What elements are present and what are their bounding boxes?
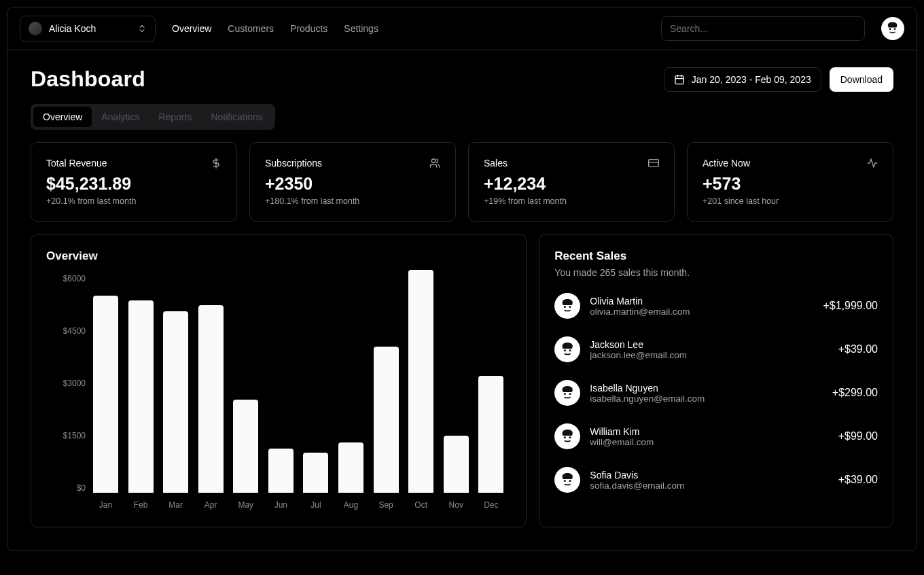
stat-value: +2350 — [265, 174, 440, 194]
sale-row: Jackson Leejackson.lee@email.com+$39.00 — [554, 336, 878, 362]
svg-rect-3 — [675, 75, 683, 84]
stat-sub: +19% from last month — [484, 196, 659, 206]
chart-bar — [93, 296, 118, 493]
x-tick: May — [233, 497, 258, 512]
credit-card-icon — [648, 158, 659, 169]
recent-sales-sub: You made 265 sales this month. — [554, 267, 878, 278]
nav-settings[interactable]: Settings — [344, 23, 378, 34]
main-nav: Overview Customers Products Settings — [172, 23, 378, 34]
sale-row: Olivia Martinolivia.martin@email.com+$1,… — [554, 293, 878, 319]
nav-customers[interactable]: Customers — [228, 23, 274, 34]
stat-sub: +20.1% from last month — [46, 196, 221, 206]
svg-point-18 — [564, 436, 566, 438]
svg-point-20 — [557, 470, 578, 490]
chart-bar — [408, 270, 433, 493]
stat-title: Active Now — [703, 158, 750, 169]
team-name: Alicia Koch — [49, 23, 96, 34]
chart-x-axis: JanFebMarAprMayJunJulAugSepOctNovDec — [86, 497, 511, 512]
sale-name: Olivia Martin — [590, 296, 813, 307]
svg-point-0 — [883, 19, 902, 37]
svg-point-21 — [564, 480, 566, 482]
tab-notifications[interactable]: Notifications — [201, 107, 272, 127]
activity-icon — [867, 158, 878, 169]
stat-sub: +201 since last hour — [703, 196, 878, 206]
stat-title: Sales — [484, 158, 508, 169]
sale-row: Sofia Davissofia.davis@email.com+$39.00 — [554, 467, 878, 493]
recent-sales-title: Recent Sales — [554, 249, 878, 263]
sale-email: olivia.martin@email.com — [590, 307, 813, 317]
sale-amount: +$39.00 — [838, 343, 878, 355]
chart-bar — [338, 442, 363, 493]
app-shell: Alicia Koch Overview Customers Products … — [7, 7, 917, 551]
svg-point-14 — [557, 383, 578, 403]
x-tick: Jan — [93, 497, 118, 512]
stats-row: Total Revenue $45,231.89 +20.1% from las… — [31, 142, 893, 222]
topbar: Alicia Koch Overview Customers Products … — [7, 7, 917, 50]
x-tick: Nov — [444, 497, 469, 512]
sale-amount: +$1,999.00 — [823, 300, 878, 312]
sale-amount: +$39.00 — [838, 474, 878, 486]
overview-chart-card: Overview $6000$4500$3000$1500$0 JanFebMa… — [31, 234, 527, 527]
download-button[interactable]: Download — [830, 67, 893, 92]
svg-point-2 — [894, 29, 896, 31]
chart-bar — [303, 453, 328, 493]
tab-analytics[interactable]: Analytics — [92, 107, 149, 127]
nav-products[interactable]: Products — [290, 23, 327, 34]
sale-avatar — [554, 467, 580, 493]
sale-name: Isabella Nguyen — [590, 383, 822, 394]
svg-point-12 — [564, 349, 566, 351]
users-icon — [429, 158, 440, 169]
main-content: Dashboard Jan 20, 2023 - Feb 09, 2023 Do… — [7, 50, 917, 551]
user-avatar[interactable] — [881, 17, 904, 40]
avatar-icon — [883, 19, 902, 37]
svg-point-19 — [569, 436, 571, 438]
stat-sales: Sales +12,234 +19% from last month — [468, 142, 675, 222]
sale-name: William Kim — [590, 426, 828, 437]
nav-overview[interactable]: Overview — [172, 23, 211, 34]
page-title: Dashboard — [31, 67, 145, 92]
stat-sub: +180.1% from last month — [265, 196, 440, 206]
overview-title: Overview — [46, 249, 511, 263]
svg-point-15 — [564, 393, 566, 395]
date-range-label: Jan 20, 2023 - Feb 09, 2023 — [692, 74, 811, 85]
x-tick: Sep — [374, 497, 399, 512]
recent-sales-card: Recent Sales You made 265 sales this mon… — [539, 234, 893, 527]
chart-bar — [198, 305, 224, 493]
dollar-icon — [211, 158, 221, 169]
stat-value: +573 — [703, 174, 878, 194]
search-input[interactable] — [661, 16, 865, 41]
page-header: Dashboard Jan 20, 2023 - Feb 09, 2023 Do… — [31, 67, 893, 92]
sale-amount: +$99.00 — [838, 430, 878, 442]
x-tick: Feb — [128, 497, 154, 512]
sales-list: Olivia Martinolivia.martin@email.com+$1,… — [554, 293, 878, 493]
sale-amount: +$299.00 — [832, 387, 878, 399]
x-tick: Oct — [408, 497, 433, 512]
stat-value: +12,234 — [484, 174, 659, 194]
chart-bar — [444, 436, 469, 493]
chart-bar — [233, 400, 258, 493]
sale-avatar — [554, 380, 580, 406]
stat-total-revenue: Total Revenue $45,231.89 +20.1% from las… — [31, 142, 237, 222]
sale-name: Sofia Davis — [590, 470, 828, 481]
x-tick: Jul — [303, 497, 328, 512]
stat-active-now: Active Now +573 +201 since last hour — [687, 142, 893, 222]
chevrons-up-down-icon — [137, 24, 147, 33]
tab-reports[interactable]: Reports — [149, 107, 201, 127]
svg-point-5 — [431, 159, 435, 162]
tab-overview[interactable]: Overview — [33, 107, 92, 127]
x-tick: Mar — [163, 497, 188, 512]
calendar-icon — [674, 74, 685, 85]
sale-avatar — [554, 336, 580, 362]
x-tick: Jun — [268, 497, 294, 512]
sale-row: William Kimwill@email.com+$99.00 — [554, 423, 878, 449]
y-tick: $0 — [46, 483, 86, 493]
chart-bar — [163, 311, 188, 493]
sale-email: jackson.lee@email.com — [590, 350, 828, 360]
sale-name: Jackson Lee — [590, 339, 828, 350]
svg-point-17 — [557, 426, 578, 447]
chart-plot-area — [86, 274, 511, 493]
date-range-picker[interactable]: Jan 20, 2023 - Feb 09, 2023 — [664, 67, 821, 92]
svg-point-13 — [569, 349, 571, 351]
team-switcher[interactable]: Alicia Koch — [20, 16, 156, 41]
svg-point-11 — [557, 339, 578, 360]
